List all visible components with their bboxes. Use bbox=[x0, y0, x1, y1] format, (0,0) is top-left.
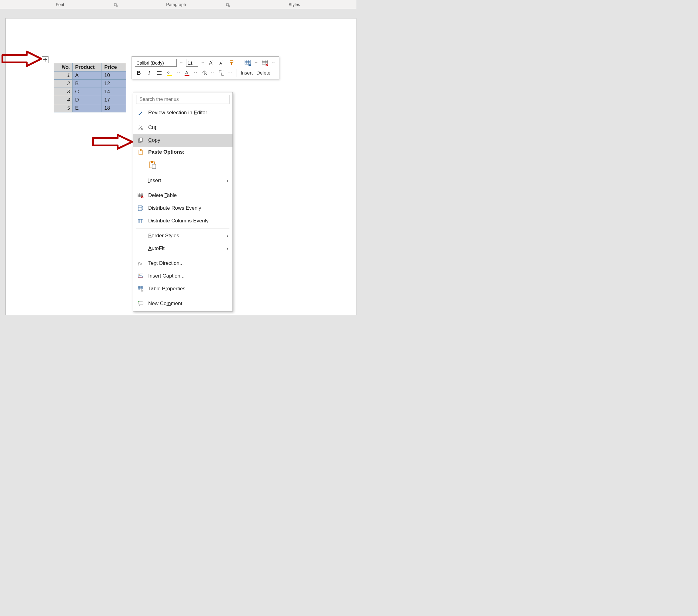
delete-table-dropdown-icon[interactable]: ﹀ bbox=[271, 60, 276, 65]
table-row: 1 A 10 bbox=[54, 71, 126, 80]
distribute-rows-icon bbox=[137, 206, 144, 211]
menu-item-cut[interactable]: Cut bbox=[133, 121, 233, 134]
menu-item-insert[interactable]: Insert › bbox=[133, 174, 233, 187]
italic-button[interactable]: I bbox=[145, 69, 153, 77]
menu-item-border-styles[interactable]: Border Styles › bbox=[133, 229, 233, 242]
font-color-dropdown-icon[interactable]: ﹀ bbox=[193, 71, 198, 75]
chevron-right-icon: › bbox=[226, 246, 228, 252]
menu-item-copy[interactable]: Copy bbox=[133, 134, 233, 146]
svg-point-24 bbox=[206, 74, 207, 75]
svg-rect-21 bbox=[167, 75, 172, 76]
chevron-right-icon: › bbox=[226, 233, 228, 239]
shading-dropdown-icon[interactable]: ﹀ bbox=[211, 71, 215, 75]
menu-item-table-properties[interactable]: Table Properties... bbox=[133, 282, 233, 295]
highlight-dropdown-icon[interactable]: ﹀ bbox=[176, 71, 181, 75]
shrink-font-button[interactable]: Aˇ bbox=[218, 58, 226, 67]
svg-rect-36 bbox=[152, 164, 156, 168]
svg-rect-45 bbox=[138, 219, 143, 223]
paragraph-dialog-launcher-icon[interactable] bbox=[226, 3, 230, 7]
svg-text:+: + bbox=[249, 63, 251, 66]
table-properties-icon bbox=[137, 286, 144, 292]
table-row: 2 B 12 bbox=[54, 80, 126, 88]
ribbon-group-paragraph-label: Paragraph bbox=[166, 2, 186, 7]
font-color-button[interactable]: A bbox=[183, 69, 191, 77]
menu-item-autofit[interactable]: AutoFit › bbox=[133, 242, 233, 255]
menu-item-delete-table[interactable]: Delete Table bbox=[133, 189, 233, 202]
data-table[interactable]: No. Product Price 1 A 10 2 B 12 3 C 14 4… bbox=[54, 63, 126, 112]
svg-point-29 bbox=[141, 128, 143, 130]
caption-icon bbox=[137, 274, 144, 278]
format-painter-button[interactable] bbox=[228, 58, 236, 67]
svg-text:ˇ: ˇ bbox=[222, 60, 223, 63]
table-row: 3 C 14 bbox=[54, 88, 126, 96]
col-header-price[interactable]: Price bbox=[102, 63, 126, 71]
svg-rect-33 bbox=[140, 149, 141, 151]
svg-rect-13 bbox=[262, 60, 268, 64]
context-menu: Review selection in Editor Cut Copy Past… bbox=[133, 92, 233, 311]
svg-rect-58 bbox=[141, 289, 143, 291]
svg-rect-37 bbox=[138, 193, 143, 197]
font-size-input[interactable] bbox=[186, 59, 198, 67]
svg-rect-23 bbox=[185, 75, 190, 76]
delete-table-icon bbox=[137, 193, 144, 198]
insert-table-button[interactable]: + bbox=[244, 58, 252, 67]
editor-icon bbox=[137, 110, 144, 115]
svg-rect-59 bbox=[139, 302, 143, 305]
text-direction-icon: AA bbox=[137, 261, 144, 266]
distribute-cols-icon bbox=[137, 218, 144, 224]
highlight-button[interactable] bbox=[166, 69, 174, 77]
ribbon-group-styles-label: Styles bbox=[289, 2, 300, 7]
svg-rect-35 bbox=[151, 161, 153, 163]
svg-text:A: A bbox=[209, 60, 212, 66]
table-row: 5 E 18 bbox=[54, 104, 126, 112]
menu-item-text-direction[interactable]: AA Text Direction... bbox=[133, 257, 233, 270]
menu-search-input[interactable] bbox=[136, 95, 229, 104]
borders-dropdown-icon[interactable]: ﹀ bbox=[228, 71, 233, 75]
col-header-no[interactable]: No. bbox=[54, 63, 73, 71]
svg-text:A: A bbox=[185, 70, 188, 75]
ribbon-group-font-label: Font bbox=[56, 2, 64, 7]
col-header-product[interactable]: Product bbox=[73, 63, 102, 71]
svg-rect-50 bbox=[138, 274, 143, 277]
svg-text:ˆ: ˆ bbox=[212, 60, 213, 63]
mini-toolbar: ﹀ ﹀ Aˆ Aˇ + ﹀ ﹀ B I ﹀ A ﹀ ﹀ ﹀ Insert Del… bbox=[131, 56, 279, 79]
paste-keep-source-button[interactable] bbox=[148, 160, 157, 169]
table-move-handle[interactable] bbox=[42, 56, 48, 63]
new-comment-icon bbox=[137, 301, 144, 306]
svg-rect-32 bbox=[139, 150, 142, 155]
clipboard-icon bbox=[137, 149, 144, 155]
svg-text:A: A bbox=[140, 263, 143, 265]
menu-item-distribute-cols[interactable]: Distribute Columns Evenly bbox=[133, 214, 233, 227]
menu-item-paste-options: Paste Options: bbox=[133, 146, 233, 157]
font-size-dropdown-icon[interactable]: ﹀ bbox=[201, 60, 205, 65]
svg-point-28 bbox=[139, 128, 140, 130]
menu-item-insert-caption[interactable]: Insert Caption... bbox=[133, 270, 233, 282]
svg-point-51 bbox=[139, 275, 140, 275]
grow-font-button[interactable]: Aˆ bbox=[208, 58, 215, 67]
font-name-dropdown-icon[interactable]: ﹀ bbox=[179, 60, 184, 65]
borders-button[interactable] bbox=[218, 69, 225, 77]
menu-item-distribute-rows[interactable]: Distribute Rows Evenly bbox=[133, 202, 233, 214]
svg-text:A: A bbox=[220, 61, 222, 66]
font-name-input[interactable] bbox=[135, 59, 177, 67]
table-row: 4 D 17 bbox=[54, 96, 126, 104]
align-button[interactable] bbox=[155, 69, 163, 77]
svg-rect-31 bbox=[140, 138, 142, 141]
delete-table-button[interactable] bbox=[261, 58, 269, 67]
chevron-right-icon: › bbox=[226, 178, 228, 184]
shading-button[interactable] bbox=[200, 69, 208, 77]
insert-label[interactable]: Insert bbox=[240, 70, 253, 76]
menu-item-review-editor[interactable]: Review selection in Editor bbox=[133, 106, 233, 119]
menu-item-new-comment[interactable]: New Comment bbox=[133, 297, 233, 310]
ribbon-group-labels: Font Paragraph Styles bbox=[0, 0, 357, 9]
copy-icon bbox=[137, 138, 144, 143]
delete-label[interactable]: Delete bbox=[256, 70, 271, 76]
font-dialog-launcher-icon[interactable] bbox=[114, 3, 117, 7]
insert-table-dropdown-icon[interactable]: ﹀ bbox=[254, 60, 259, 65]
svg-rect-42 bbox=[138, 206, 142, 211]
scissors-icon bbox=[137, 125, 144, 130]
bold-button[interactable]: B bbox=[135, 69, 143, 77]
